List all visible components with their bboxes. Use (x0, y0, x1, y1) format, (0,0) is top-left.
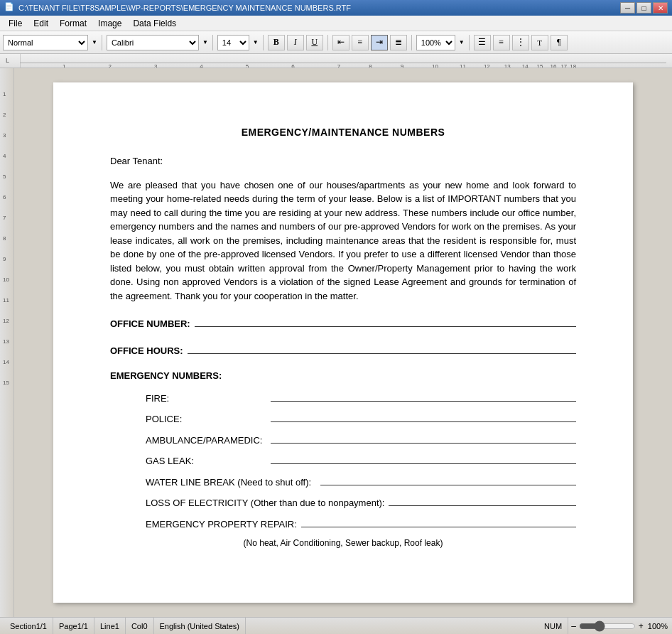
office-number-row: OFFICE NUMBER: (110, 316, 576, 331)
text-box-button[interactable]: T (531, 35, 548, 50)
ruler-mark-7: 7 (337, 63, 340, 68)
ruler-mark-2: 2 (108, 63, 111, 68)
ruler-mark-16: 16 (551, 63, 557, 68)
toolbar-separator-3 (263, 35, 264, 50)
align-center-button[interactable]: ≡ (352, 35, 369, 50)
zoom-slider[interactable] (579, 623, 636, 629)
toolbar-separator-6 (469, 35, 470, 50)
ruler-mark-8: 8 (369, 63, 372, 68)
office-hours-label: OFFICE HOURS: (110, 344, 183, 358)
window-title: C:\TENANT FILE\TF8SAMPLE\WP-REPORTS\EMER… (18, 4, 620, 12)
ruler-mark-11: 11 (460, 63, 466, 68)
ruler-mark-5: 5 (246, 63, 249, 68)
menu-file[interactable]: File (3, 17, 28, 30)
menu-image[interactable]: Image (92, 17, 127, 30)
document-body[interactable]: We are pleased that you have chosen one … (110, 178, 576, 303)
ruler-mark-17: 17 (560, 63, 567, 68)
style-dropdown-arrow: ▼ (92, 39, 97, 45)
size-dropdown-arrow: ▼ (253, 39, 259, 45)
electricity-label: LOSS OF ELECTRICITY (Other than due to n… (146, 496, 384, 510)
ambulance-row: AMBULANCE/PARAMEDIC: (146, 432, 576, 448)
main-area: 1 2 3 4 5 6 7 8 9 10 11 12 13 14 15 EMER… (0, 68, 672, 617)
status-zoom-area: – + 100% (571, 621, 668, 631)
bold-button[interactable]: B (268, 35, 285, 50)
zoom-dropdown[interactable]: 100% (416, 35, 455, 50)
font-dropdown[interactable]: Calibri (107, 35, 199, 50)
ruler-mark-6: 6 (291, 63, 294, 68)
emergency-numbers-label: EMERGENCY NUMBERS: (110, 369, 576, 383)
toolbar-separator-1 (102, 35, 102, 50)
property-repair-label: EMERGENCY PROPERTY REPAIR: (146, 517, 297, 532)
list-ordered-button[interactable]: ≡ (493, 35, 510, 50)
menu-data-fields[interactable]: Data Fields (127, 17, 182, 30)
window-controls: ─ □ ✕ (620, 2, 668, 14)
align-right-button[interactable]: ⇥ (371, 35, 388, 50)
menu-format[interactable]: Format (54, 17, 92, 30)
fire-label: FIRE: (146, 392, 266, 406)
ambulance-label: AMBULANCE/PARAMEDIC: (146, 434, 266, 448)
titlebar: 📄 C:\TENANT FILE\TF8SAMPLE\WP-REPORTS\EM… (0, 0, 672, 16)
police-row: POLICE: (146, 411, 576, 426)
office-hours-line (188, 343, 576, 354)
police-line (271, 411, 576, 422)
police-label: POLICE: (146, 412, 266, 426)
document-page[interactable]: EMERGENCY/MAINTENANCE NUMBERS Dear Tenan… (53, 82, 633, 603)
document-salutation: Dear Tenant: (110, 154, 576, 168)
size-dropdown[interactable]: 14 (217, 35, 249, 50)
italic-button[interactable]: I (287, 35, 304, 50)
statusbar: Section1/1 Page1/1 Line1 Col0 English (U… (0, 617, 672, 634)
fire-row: FIRE: (146, 390, 576, 406)
status-num: NUM (538, 618, 568, 634)
zoom-increase-icon[interactable]: + (639, 621, 644, 631)
ruler: L 1 2 3 4 5 6 7 8 9 10 11 12 13 14 15 16… (0, 54, 672, 68)
list-unordered-button[interactable]: ☰ (474, 35, 491, 50)
office-number-label: OFFICE NUMBER: (110, 317, 190, 331)
ruler-mark-3: 3 (154, 63, 157, 68)
ruler-mark-18: 18 (570, 63, 576, 68)
zoom-dropdown-arrow: ▼ (459, 39, 465, 45)
document-note: (No heat, Air Conditioning, Sewer backup… (110, 537, 576, 549)
electricity-row: LOSS OF ELECTRICITY (Other than due to n… (146, 495, 576, 510)
pilcrow-button[interactable]: ¶ (551, 35, 568, 50)
ruler-mark-10: 10 (432, 63, 438, 68)
gas-leak-line (271, 453, 576, 464)
fire-line (271, 390, 576, 402)
toolbar-separator-2 (212, 35, 213, 50)
zoom-level: 100% (648, 622, 668, 630)
status-language: English (United States) (154, 618, 246, 634)
minimize-button[interactable]: ─ (620, 2, 635, 14)
gas-leak-row: GAS LEAK: (146, 453, 576, 468)
close-button[interactable]: ✕ (653, 2, 668, 14)
align-justify-button[interactable]: ≣ (390, 35, 407, 50)
toolbar-separator-4 (327, 35, 328, 50)
align-left-button[interactable]: ⇤ (332, 35, 349, 50)
ruler-mark-14: 14 (522, 63, 529, 68)
status-section: Section1/1 (4, 618, 53, 634)
office-hours-row: OFFICE HOURS: (110, 343, 576, 358)
left-ruler: 1 2 3 4 5 6 7 8 9 10 11 12 13 14 15 (0, 68, 14, 617)
ruler-mark-9: 9 (401, 63, 403, 68)
ruler-mark-12: 12 (484, 63, 490, 68)
water-line-line (320, 474, 576, 485)
water-line-row: WATER LINE BREAK (Need to shut off): (146, 474, 576, 490)
status-page: Page1/1 (53, 618, 94, 634)
property-repair-line (301, 516, 576, 527)
style-dropdown[interactable]: Normal (3, 35, 88, 50)
gas-leak-label: GAS LEAK: (146, 454, 266, 468)
ruler-marker: L (6, 57, 9, 64)
menu-edit[interactable]: Edit (28, 17, 54, 30)
status-line: Line1 (94, 618, 126, 634)
ruler-mark-4: 4 (200, 63, 202, 68)
ambulance-line (271, 432, 576, 444)
ruler-mark-15: 15 (537, 63, 543, 68)
app-icon: 📄 (4, 2, 16, 14)
status-col: Col0 (126, 618, 154, 634)
menubar: File Edit Format Image Data Fields (0, 16, 672, 31)
maximize-button[interactable]: □ (636, 2, 651, 14)
zoom-decrease-icon[interactable]: – (571, 621, 576, 631)
underline-button[interactable]: U (306, 35, 323, 50)
list-indent-button[interactable]: ⋮ (512, 35, 529, 50)
document-scroll-area[interactable]: EMERGENCY/MAINTENANCE NUMBERS Dear Tenan… (14, 68, 672, 617)
property-repair-row: EMERGENCY PROPERTY REPAIR: (146, 516, 576, 532)
office-number-line (195, 316, 576, 327)
